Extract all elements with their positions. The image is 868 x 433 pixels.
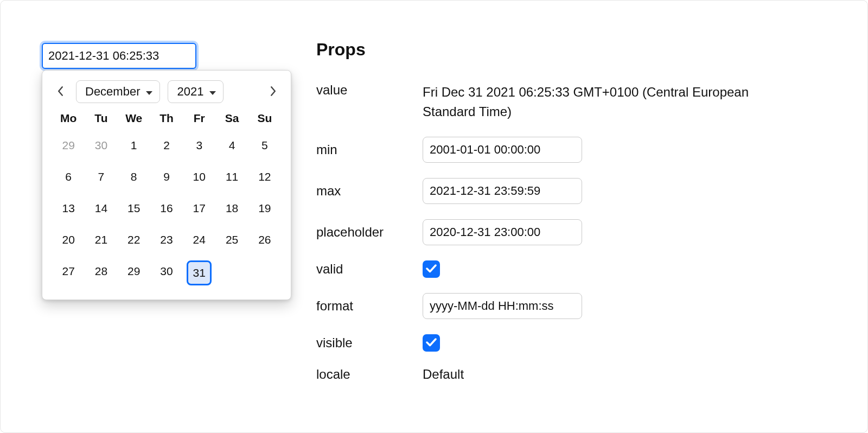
props-heading: Props bbox=[316, 40, 805, 60]
calendar-day[interactable]: 21 bbox=[85, 229, 117, 251]
valid-checkbox[interactable] bbox=[423, 260, 440, 278]
prop-value-text: Fri Dec 31 2021 06:25:33 GMT+0100 (Centr… bbox=[423, 82, 770, 122]
calendar-day[interactable]: 6 bbox=[52, 166, 85, 188]
weekday-header: Mo bbox=[52, 112, 85, 125]
demo-frame: December 2021 bbox=[0, 0, 868, 433]
calendar-day[interactable]: 20 bbox=[52, 229, 85, 251]
prop-label: locale bbox=[316, 367, 423, 382]
prop-row-locale: locale Default bbox=[316, 367, 805, 382]
prop-label: visible bbox=[316, 335, 423, 351]
calendar-day[interactable]: 12 bbox=[248, 166, 281, 188]
prop-label: min bbox=[316, 142, 423, 157]
prop-row-min: min bbox=[316, 137, 805, 163]
calendar-grid: MoTuWeThFrSaSu29301234567891011121314151… bbox=[52, 112, 281, 285]
weekday-header: Sa bbox=[215, 112, 248, 125]
calendar-day[interactable]: 9 bbox=[150, 166, 183, 188]
calendar-day[interactable]: 2 bbox=[150, 135, 183, 156]
calendar-day[interactable]: 23 bbox=[150, 229, 183, 251]
weekday-header: Su bbox=[248, 112, 281, 125]
visible-checkbox[interactable] bbox=[423, 334, 440, 352]
calendar-day[interactable]: 1 bbox=[118, 135, 150, 156]
year-select-label: 2021 bbox=[177, 85, 203, 99]
calendar-header: December 2021 bbox=[52, 80, 281, 103]
datetime-input[interactable] bbox=[42, 43, 196, 69]
prop-row-placeholder: placeholder bbox=[316, 219, 805, 245]
prop-label: max bbox=[316, 183, 423, 199]
month-select[interactable]: December bbox=[76, 80, 160, 103]
calendar-day[interactable]: 29 bbox=[118, 260, 150, 282]
props-panel: Props value Fri Dec 31 2021 06:25:33 GMT… bbox=[316, 40, 805, 397]
prop-row-visible: visible bbox=[316, 334, 805, 352]
calendar-day[interactable]: 11 bbox=[215, 166, 248, 188]
calendar-day[interactable]: 25 bbox=[215, 229, 248, 251]
check-icon bbox=[426, 336, 437, 350]
weekday-header: We bbox=[118, 112, 150, 125]
calendar-day[interactable]: 17 bbox=[183, 198, 215, 219]
locale-value: Default bbox=[423, 367, 464, 382]
year-select[interactable]: 2021 bbox=[168, 80, 224, 103]
next-month-button[interactable] bbox=[265, 82, 281, 101]
check-icon bbox=[426, 262, 437, 276]
calendar-day[interactable]: 7 bbox=[85, 166, 117, 188]
calendar-day[interactable]: 19 bbox=[248, 198, 281, 219]
calendar-day[interactable]: 15 bbox=[118, 198, 150, 219]
calendar-day[interactable]: 4 bbox=[215, 135, 248, 156]
calendar-day[interactable]: 18 bbox=[215, 198, 248, 219]
prop-label: format bbox=[316, 298, 423, 314]
calendar-day[interactable]: 27 bbox=[52, 260, 85, 282]
calendar-day[interactable]: 5 bbox=[248, 135, 281, 156]
calendar-day[interactable]: 30 bbox=[150, 260, 183, 282]
datepicker-column: December 2021 bbox=[42, 43, 291, 69]
chevron-right-icon bbox=[270, 86, 276, 98]
calendar-day[interactable]: 16 bbox=[150, 198, 183, 219]
calendar-day[interactable]: 30 bbox=[85, 135, 117, 156]
calendar-day[interactable]: 10 bbox=[183, 166, 215, 188]
prop-label: valid bbox=[316, 262, 423, 277]
prop-row-format: format bbox=[316, 293, 805, 319]
weekday-header: Th bbox=[150, 112, 183, 125]
calendar-day[interactable]: 8 bbox=[118, 166, 150, 188]
prop-row-value: value Fri Dec 31 2021 06:25:33 GMT+0100 … bbox=[316, 82, 805, 122]
min-input[interactable] bbox=[423, 137, 582, 163]
prop-row-valid: valid bbox=[316, 260, 805, 278]
month-select-label: December bbox=[85, 85, 140, 99]
calendar-day[interactable]: 26 bbox=[248, 229, 281, 251]
caret-down-icon bbox=[145, 85, 153, 99]
calendar-popover: December 2021 bbox=[42, 70, 291, 300]
calendar-day[interactable]: 13 bbox=[52, 198, 85, 219]
prop-label: value bbox=[316, 82, 423, 98]
max-input[interactable] bbox=[423, 178, 582, 204]
calendar-day[interactable]: 31 bbox=[187, 260, 212, 285]
calendar-day[interactable]: 24 bbox=[183, 229, 215, 251]
calendar-day[interactable]: 29 bbox=[52, 135, 85, 156]
calendar-day[interactable]: 3 bbox=[183, 135, 215, 156]
caret-down-icon bbox=[209, 85, 216, 99]
placeholder-input[interactable] bbox=[423, 219, 582, 245]
prev-month-button[interactable] bbox=[52, 82, 68, 101]
weekday-header: Tu bbox=[85, 112, 117, 125]
chevron-left-icon bbox=[58, 86, 63, 98]
prop-row-max: max bbox=[316, 178, 805, 204]
weekday-header: Fr bbox=[183, 112, 215, 125]
prop-label: placeholder bbox=[316, 225, 423, 240]
calendar-day[interactable]: 28 bbox=[85, 260, 117, 282]
calendar-day[interactable]: 14 bbox=[85, 198, 117, 219]
format-input[interactable] bbox=[423, 293, 582, 319]
calendar-day[interactable]: 22 bbox=[118, 229, 150, 251]
